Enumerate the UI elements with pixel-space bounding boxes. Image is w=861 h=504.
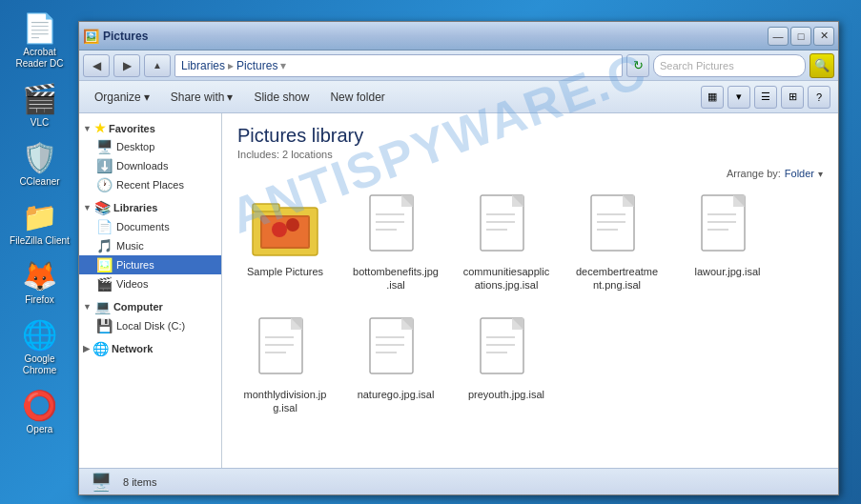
- organize-dropdown-icon: ▾: [144, 91, 150, 104]
- sidebar-item-local-disk[interactable]: 💾 Local Disk (C:): [79, 316, 221, 335]
- music-icon: 🎵: [96, 238, 113, 253]
- doc-icon: [361, 315, 430, 384]
- organize-label: Organize: [94, 91, 141, 104]
- file-label-preyouth: preyouth.jpg.isal: [468, 388, 544, 401]
- sidebar-group-network[interactable]: ▶ 🌐 Network: [79, 339, 221, 358]
- file-item-naturego[interactable]: naturego.jpg.isal: [348, 312, 443, 419]
- up-button[interactable]: ▲: [144, 54, 171, 77]
- address-path[interactable]: Libraries ▸ Pictures ▾: [174, 54, 623, 77]
- search-box[interactable]: Search Pictures: [653, 54, 806, 77]
- recent-icon: 🕐: [96, 177, 113, 192]
- file-item-communitiesapplications[interactable]: communitiesapplications.jpg.isal: [459, 189, 554, 296]
- breadcrumb: Libraries ▸ Pictures ▾: [181, 59, 286, 72]
- view-button-preview[interactable]: ⊞: [781, 86, 804, 109]
- view-button-dropdown[interactable]: ▾: [728, 86, 750, 109]
- file-label-naturego: naturego.jpg.isal: [358, 388, 435, 401]
- expand-icon-favorites: ▼: [83, 124, 92, 133]
- svg-rect-1: [253, 204, 279, 212]
- icon-image-filezilla: 📁: [23, 199, 57, 233]
- sidebar-item-videos[interactable]: 🎬 Videos: [79, 274, 221, 293]
- file-item-bottombenefits[interactable]: bottombenefits.jpg.isal: [348, 189, 443, 296]
- slideshow-button[interactable]: Slide show: [246, 85, 317, 110]
- icon-image-chrome: 🌐: [23, 317, 57, 352]
- file-item-lawour[interactable]: lawour.jpg.isal: [680, 189, 775, 296]
- pictures-label: Pictures: [116, 259, 154, 271]
- breadcrumb-part-pictures[interactable]: Pictures: [236, 59, 277, 72]
- sidebar-item-desktop[interactable]: 🖥️ Desktop: [79, 137, 221, 156]
- arrange-dropdown-icon[interactable]: ▾: [818, 169, 823, 179]
- window-icon: 🖼️: [83, 29, 98, 44]
- files-grid: Sample Pictures bottombenefits.jpg.isal: [237, 189, 823, 418]
- file-item-monthlydivision[interactable]: monthlydivision.jpg.isal: [237, 312, 333, 419]
- content-area: ▼ ★ Favorites 🖥️ Desktop ⬇️ Downloads 🕐 …: [79, 113, 838, 468]
- desktop-icon-firefox[interactable]: 🦊 Firefox: [6, 255, 74, 309]
- back-button[interactable]: ◀: [83, 54, 110, 77]
- minimize-button[interactable]: —: [768, 27, 789, 46]
- expand-icon-network: ▶: [83, 344, 90, 353]
- icon-label-filezilla: FileZilla Client: [10, 235, 70, 247]
- toolbar: Organize ▾ Share with ▾ Slide show New f…: [79, 81, 838, 113]
- view-button-icons[interactable]: ▦: [701, 86, 724, 109]
- desktop-icon-chrome[interactable]: 🌐 Google Chrome: [6, 314, 74, 379]
- icon-image-ccleaner: 🛡️: [23, 140, 57, 174]
- panel-subtitle: Includes: 2 locations: [237, 149, 823, 160]
- desktop-icon-opera[interactable]: ⭕ Opera: [6, 385, 74, 438]
- new-folder-button[interactable]: New folder: [322, 85, 392, 110]
- downloads-label: Downloads: [116, 160, 168, 171]
- file-item-sample-pictures[interactable]: Sample Pictures: [237, 189, 333, 296]
- share-with-button[interactable]: Share with ▾: [163, 85, 241, 110]
- help-button[interactable]: ?: [808, 86, 830, 109]
- desktop-label: Desktop: [116, 141, 154, 152]
- sidebar-group-favorites[interactable]: ▼ ★ Favorites: [79, 119, 221, 137]
- icon-label-acrobat: AcrobatReader DC: [15, 47, 63, 70]
- share-label: Share with: [171, 91, 225, 104]
- doc-icon: [583, 192, 651, 261]
- sidebar-item-documents[interactable]: 📄 Documents: [79, 217, 221, 236]
- file-item-decembertreatment[interactable]: decembertreatment.png.isal: [569, 189, 665, 296]
- file-item-preyouth[interactable]: preyouth.jpg.isal: [459, 312, 554, 419]
- desktop-icon-acrobat[interactable]: 📄 AcrobatReader DC: [6, 8, 74, 72]
- organize-button[interactable]: Organize ▾: [87, 85, 157, 110]
- breadcrumb-part-libraries[interactable]: Libraries: [181, 59, 225, 72]
- title-bar: 🖼️ Pictures — □ ✕: [79, 22, 838, 50]
- view-button-details[interactable]: ☰: [754, 86, 777, 109]
- recent-label: Recent Places: [116, 179, 184, 191]
- icon-image-opera: ⭕: [23, 388, 57, 422]
- folder-icon: [251, 192, 319, 261]
- svg-point-4: [272, 222, 287, 237]
- libraries-label: Libraries: [113, 202, 157, 213]
- sidebar-item-recent[interactable]: 🕐 Recent Places: [79, 175, 221, 194]
- desktop: 📄 AcrobatReader DC 🎬 VLC 🛡️ CCleaner 📁 F…: [0, 0, 79, 504]
- refresh-button[interactable]: ↻: [626, 54, 649, 77]
- window-title: Pictures: [103, 30, 768, 43]
- arrange-value[interactable]: Folder: [785, 168, 814, 179]
- arrange-label: Arrange by:: [727, 168, 781, 179]
- sidebar-item-pictures[interactable]: 🖼️ Pictures: [79, 255, 221, 274]
- svg-point-5: [286, 218, 299, 232]
- close-button[interactable]: ✕: [813, 27, 834, 46]
- icon-image-acrobat: 📄: [23, 10, 57, 45]
- status-computer-icon: 🖥️: [91, 472, 112, 493]
- sidebar-group-computer[interactable]: ▼ 💻 Computer: [79, 297, 221, 316]
- maximize-button[interactable]: □: [790, 27, 811, 46]
- desktop-icon-ccleaner[interactable]: 🛡️ CCleaner: [6, 137, 74, 191]
- file-label-communitiesapplications: communitiesapplications.jpg.isal: [462, 265, 550, 292]
- search-go-button[interactable]: 🔍: [810, 53, 834, 78]
- forward-button[interactable]: ▶: [113, 54, 140, 77]
- desktop-icon-filezilla[interactable]: 📁 FileZilla Client: [6, 196, 74, 250]
- disk-icon: 💾: [96, 318, 113, 333]
- downloads-icon: ⬇️: [96, 158, 113, 173]
- panel-title: Pictures library: [237, 125, 823, 147]
- videos-label: Videos: [116, 278, 148, 290]
- desktop-icon-vlc[interactable]: 🎬 VLC: [6, 78, 74, 131]
- breadcrumb-separator: ▸: [228, 59, 234, 72]
- file-label-monthlydivision: monthlydivision.jpg.isal: [241, 388, 329, 415]
- breadcrumb-dropdown[interactable]: ▾: [280, 59, 286, 72]
- sidebar-item-downloads[interactable]: ⬇️ Downloads: [79, 156, 221, 175]
- doc-icon: [251, 315, 319, 384]
- file-label-sample-pictures: Sample Pictures: [247, 265, 323, 278]
- icon-label-vlc: VLC: [31, 117, 49, 129]
- sidebar-item-music[interactable]: 🎵 Music: [79, 236, 221, 255]
- sidebar-group-libraries[interactable]: ▼ 📚 Libraries: [79, 198, 221, 217]
- videos-icon: 🎬: [96, 276, 113, 292]
